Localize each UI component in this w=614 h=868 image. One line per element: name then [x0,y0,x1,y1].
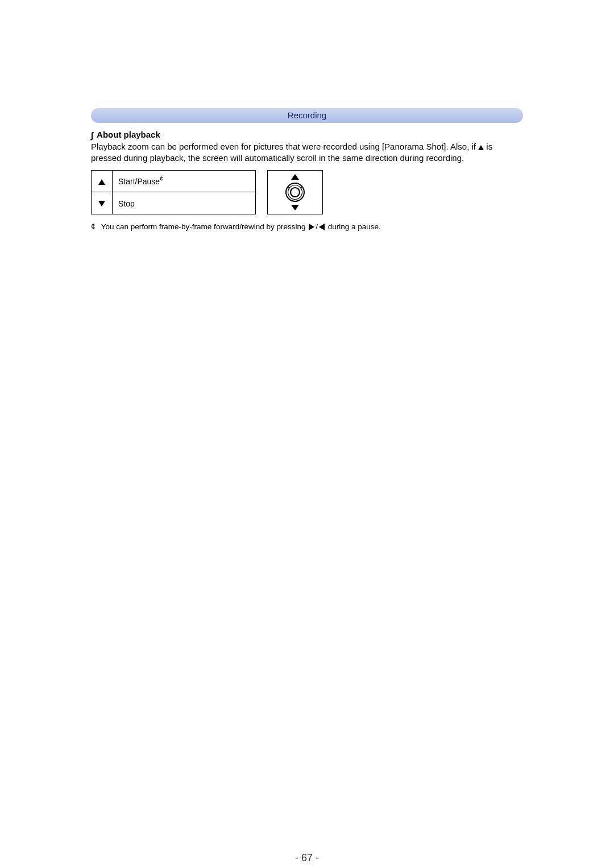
page-number-text: - 67 - [295,852,319,863]
svg-point-2 [291,188,300,197]
footnote-text-mid: / [316,222,318,231]
section-header-bar: Recording [91,108,523,123]
play-right-icon [309,224,314,230]
up-triangle-icon [291,174,299,180]
up-triangle-icon [98,179,105,185]
square-bullet-icon: ∫ [91,130,93,140]
svg-point-0 [286,183,304,201]
down-triangle-icon [291,205,299,210]
control-icon-cell [92,170,113,192]
control-label-cell: Start/Pause¢ [113,170,256,192]
footnote-text: You can perform frame-by-frame forward/r… [101,222,523,231]
page-content: Recording ∫About playback Playback zoom … [91,108,523,231]
footnote-text-part-1: You can perform frame-by-frame forward/r… [101,222,308,231]
play-left-icon [319,224,325,230]
controls-row: Start/Pause¢ Stop [91,170,523,214]
footnote-marker: ¢ [91,222,96,230]
control-label: Start/Pause [118,177,160,186]
subsection-heading: ∫About playback [91,130,523,140]
control-icon-cell [92,192,113,214]
control-label: Stop [118,199,135,208]
table-row: Stop [92,192,256,214]
control-label-cell: Stop [113,192,256,214]
controls-table: Start/Pause¢ Stop [91,170,256,214]
table-row: Start/Pause¢ [92,170,256,192]
up-triangle-icon [478,145,484,150]
down-triangle-icon [98,201,105,206]
footnote-text-part-2: during a pause. [326,222,381,231]
footnote-marker: ¢ [160,176,163,182]
dial [281,171,309,214]
subsection-heading-text: About playback [97,130,160,139]
control-dial-diagram [267,170,323,214]
body-paragraph: Playback zoom can be performed even for … [91,141,523,164]
page-number: - 67 - [0,852,614,864]
footnote: ¢ You can perform frame-by-frame forward… [91,222,523,231]
dial-wheel-icon [285,182,305,202]
section-header-text: Recording [288,110,326,120]
paragraph-part-1: Playback zoom can be performed even for … [91,142,478,151]
